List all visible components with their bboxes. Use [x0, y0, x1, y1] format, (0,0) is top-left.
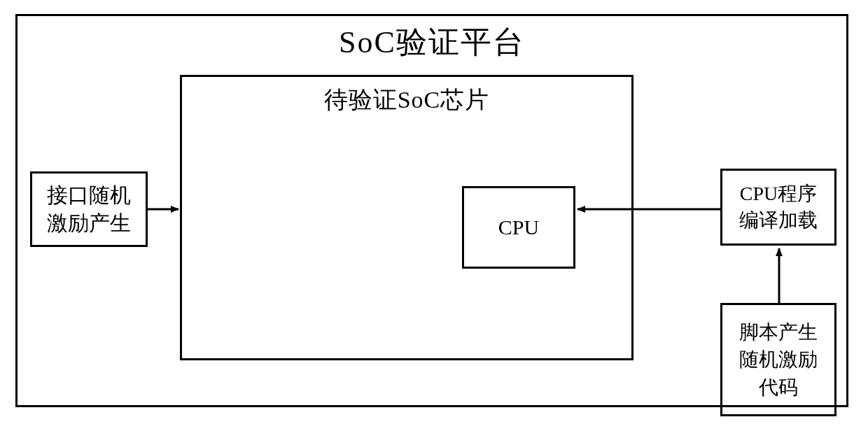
interface-stimulus-line1: 接口随机 [47, 181, 131, 210]
script-stimulus-line1: 脚本产生 [739, 318, 818, 346]
interface-stimulus-box: 接口随机 激励产生 [30, 171, 148, 247]
platform-frame: SoC验证平台 待验证SoC芯片 CPU 接口随机 激励产生 CPU程序 编译加… [15, 14, 848, 407]
script-stimulus-line2: 随机激励 [739, 346, 818, 373]
cpu-box: CPU [462, 186, 575, 269]
cpu-load-line2: 编译加载 [739, 207, 818, 234]
platform-title: SoC验证平台 [18, 22, 846, 63]
soc-box: 待验证SoC芯片 CPU [180, 75, 634, 360]
soc-title: 待验证SoC芯片 [182, 84, 631, 116]
script-stimulus-box: 脚本产生 随机激励 代码 [720, 303, 836, 416]
cpu-load-box: CPU程序 编译加载 [720, 169, 836, 246]
cpu-label: CPU [498, 215, 539, 239]
interface-stimulus-line2: 激励产生 [47, 209, 131, 238]
cpu-load-line1: CPU程序 [740, 181, 817, 207]
script-stimulus-line3: 代码 [759, 374, 798, 401]
